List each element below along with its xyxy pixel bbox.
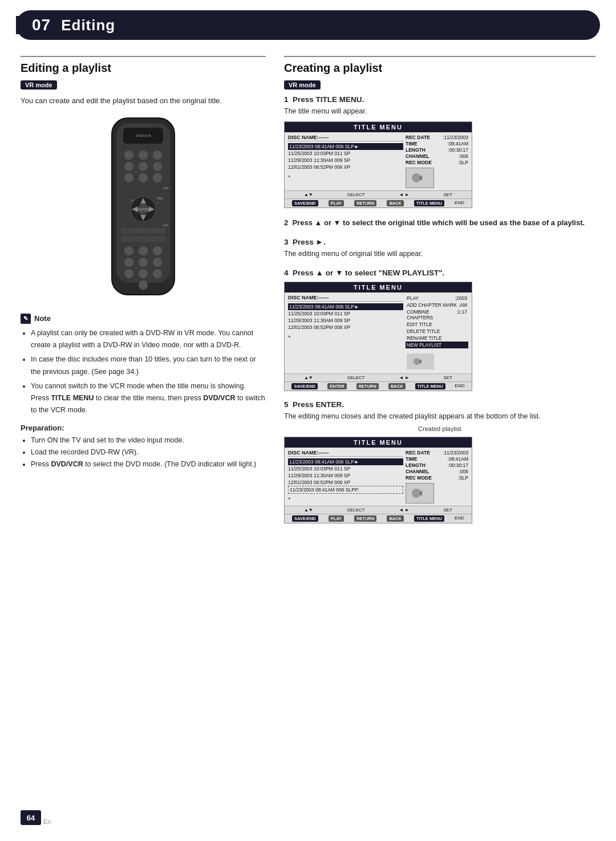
tm1-entry-0: 11/23/2003 08:41AM 006 SLP► xyxy=(288,143,403,150)
tm1-channel: CHANNEL :006 xyxy=(406,153,468,159)
tm3-entry-1: 11/25/2003 10:03PM 011 SP xyxy=(288,465,403,472)
step-5: 5 Press ENTER. The editing menu closes a… xyxy=(284,400,595,523)
svg-point-5 xyxy=(139,151,148,160)
tm2-entry-3: 12/01/2003 06:52PM 006 XP xyxy=(288,324,403,331)
svg-rect-26 xyxy=(121,228,136,234)
created-playlist-label: Created playlist xyxy=(284,425,595,432)
svg-point-4 xyxy=(124,151,133,160)
tm1-image xyxy=(406,168,434,188)
chapter-title: Editing xyxy=(61,17,115,34)
tm1-right: REC DATE :11/23/2003 TIME :08:41AM LENGT… xyxy=(406,135,468,188)
right-vr-mode-badge: VR mode xyxy=(284,80,321,90)
svg-text:ENTER: ENTER xyxy=(136,208,150,212)
chapter-number: 07 xyxy=(16,16,61,34)
prep-item-3: Press DVD/VCR to select the DVD mode. (T… xyxy=(31,458,266,470)
tm3-right: REC DATE :11/23/2003 TIME :08:41AM LENGT… xyxy=(406,450,468,503)
svg-point-6 xyxy=(153,151,162,160)
tm3-entry-2: 11/29/2003 11:30AM 009 SP xyxy=(288,472,403,479)
svg-point-32 xyxy=(124,246,133,255)
svg-rect-27 xyxy=(136,228,151,234)
tm2-menu-list: PLAY:2003 ADD CHAPTER MARK:AM COMBINE CH… xyxy=(406,295,468,371)
svg-point-38 xyxy=(124,269,133,278)
title-menu-screen-2: TITLE MENU DISC NAME:------ 11/23/2003 0… xyxy=(284,282,472,391)
tm2-body: DISC NAME:------ 11/23/2003 08:41AM 006 … xyxy=(285,292,472,373)
note-title: ✎ Note xyxy=(21,314,266,324)
svg-text:+: + xyxy=(157,201,159,204)
right-section-title: Creating a playlist xyxy=(284,62,595,75)
tm1-header: TITLE MENU xyxy=(285,122,472,132)
tm3-entry-3: 12/01/2003 06:52PM 006 XP xyxy=(288,479,403,486)
svg-text:CH +: CH + xyxy=(163,186,171,190)
preparation-title: Preparation: xyxy=(21,424,266,432)
tm1-entry-2: 11/29/2003 11:30AM 009 SP xyxy=(288,157,403,164)
tm1-recmode: REC MODE :SLP xyxy=(406,160,468,165)
svg-point-39 xyxy=(139,269,148,278)
svg-text:TRK: TRK xyxy=(157,197,163,200)
tm1-disc: DISC NAME:------ xyxy=(288,135,403,141)
left-vr-mode-badge: VR mode xyxy=(21,80,57,90)
svg-rect-29 xyxy=(121,236,136,242)
left-description: You can create and edit the playlist bas… xyxy=(21,95,266,107)
svg-point-35 xyxy=(124,258,133,267)
tm3-time: TIME :08:41AM xyxy=(406,456,468,462)
page-lang: En xyxy=(43,818,51,825)
svg-point-12 xyxy=(153,173,162,182)
tm3-header: TITLE MENU xyxy=(285,437,472,448)
tm1-circle: ● xyxy=(288,174,403,178)
main-content: Editing a playlist VR mode You can creat… xyxy=(0,40,616,544)
step-5-desc: The editing menu closes and the created … xyxy=(284,411,595,422)
prep-item-2: Load the recorded DVD-RW (VR). xyxy=(31,446,266,458)
svg-point-40 xyxy=(153,269,162,278)
tm2-right: PLAY:2003 ADD CHAPTER MARK:AM COMBINE CH… xyxy=(406,295,468,371)
svg-point-9 xyxy=(153,162,162,171)
step-2: 2 Press ▲ or ▼ to select the original ti… xyxy=(284,217,595,229)
header-bar: 07 Editing xyxy=(16,10,600,40)
tm3-recmode: REC MODE :SLP xyxy=(406,475,468,481)
tm2-left: DISC NAME:------ 11/23/2003 08:41AM 006 … xyxy=(288,295,403,371)
tm3-rec-date: REC DATE :11/23/2003 xyxy=(406,450,468,456)
svg-point-7 xyxy=(124,162,133,171)
svg-point-41 xyxy=(139,281,148,290)
tm1-entry-1: 11/25/2003 10:03PM 011 SP xyxy=(288,150,403,157)
step-4-title: 4 Press ▲ or ▼ to select "NEW PLAYLIST". xyxy=(284,269,595,277)
left-divider xyxy=(21,56,266,57)
tm1-length: LENGTH :00:30:17 xyxy=(406,147,468,153)
tm3-left: DISC NAME:------ 11/23/2003 08:41AM 006 … xyxy=(288,450,403,503)
tm2-header: TITLE MENU xyxy=(285,282,472,292)
note-item-2: In case the disc includes more than 10 t… xyxy=(31,354,266,378)
svg-rect-31 xyxy=(151,236,165,242)
tm1-footer: ▲▼ SELECT ◄ ► SET SAVE/END PLAY RETURN B… xyxy=(285,190,472,208)
right-column: Creating a playlist VR mode 1 Press TITL… xyxy=(284,56,595,533)
step-5-title: 5 Press ENTER. xyxy=(284,400,595,409)
page-number: 64 xyxy=(21,810,41,825)
title-menu-screen-1: TITLE MENU DISC NAME:------ 11/23/2003 0… xyxy=(284,121,472,208)
title-menu-screen-3: TITLE MENU DISC NAME:------ 11/23/2003 0… xyxy=(284,437,472,523)
note-icon: ✎ xyxy=(21,314,31,324)
tm3-entry-0: 11/23/2003 08:41AM 006 SLP► xyxy=(288,458,403,465)
step-3-title: 3 Press ►. xyxy=(284,238,595,246)
tm1-body: DISC NAME:------ 11/23/2003 08:41AM 006 … xyxy=(285,132,472,190)
tm2-footer: ▲▼ SELECT ◄ ► SET SAVE/END ENTER RETURN … xyxy=(285,373,472,391)
tm2-disc: DISC NAME:------ xyxy=(288,295,403,302)
tm2-entry-2: 11/29/2003 11:30AM 009 SP xyxy=(288,317,403,324)
tm3-image xyxy=(406,483,434,503)
tm1-left: DISC NAME:------ 11/23/2003 08:41AM 006 … xyxy=(288,135,403,188)
svg-text:DVD/VCR: DVD/VCR xyxy=(135,134,151,137)
tm1-time: TIME :08:41AM xyxy=(406,141,468,147)
step-1: 1 Press TITLE MENU. The title menu will … xyxy=(284,95,595,208)
remote-container: DVD/VCR CH + TITLE MENU TOP MENU xyxy=(21,115,266,303)
tm3-footer: ▲▼ SELECT ◄ ► SET SAVE/END PLAY RETURN B… xyxy=(285,506,472,523)
svg-point-8 xyxy=(139,162,148,171)
svg-point-34 xyxy=(153,246,162,255)
step-2-title: 2 Press ▲ or ▼ to select the original ti… xyxy=(284,217,595,229)
step-3-desc: The editing menu of original title will … xyxy=(284,248,595,259)
prep-item-1: Turn ON the TV and set to the video inpu… xyxy=(31,434,266,446)
tm2-entry-1: 11/25/2003 10:03PM 011 SP xyxy=(288,310,403,317)
svg-point-10 xyxy=(124,173,133,182)
svg-point-33 xyxy=(139,246,148,255)
tm1-entry-3: 12/01/2003 06:52PM 006 XP xyxy=(288,164,403,170)
note-list: A playlist can only be created with a DV… xyxy=(21,327,266,417)
svg-point-37 xyxy=(153,258,162,267)
step-1-desc: The title menu will appear. xyxy=(284,105,595,117)
step-4: 4 Press ▲ or ▼ to select "NEW PLAYLIST".… xyxy=(284,269,595,391)
